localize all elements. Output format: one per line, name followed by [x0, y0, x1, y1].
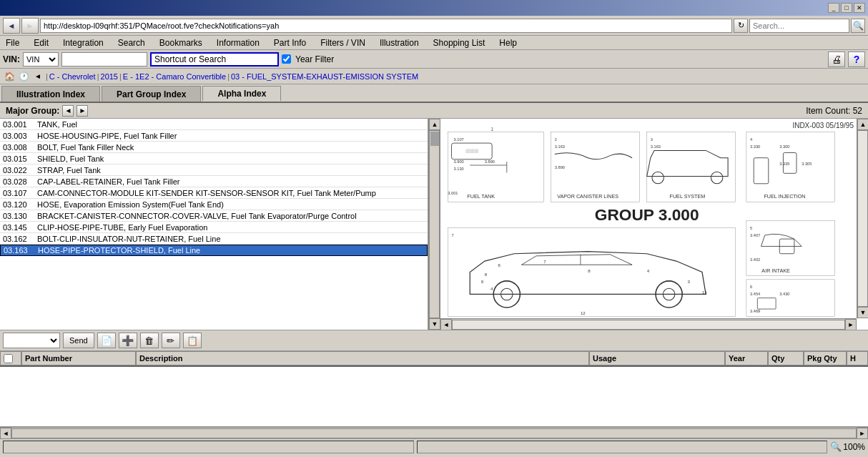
svg-text:3: 3 — [651, 137, 653, 142]
select-all-checkbox[interactable] — [4, 354, 13, 363]
parts-list[interactable]: 03.001TANK, Fuel03.003HOSE-HOUSING-PIPE,… — [0, 119, 428, 330]
vin-type-select[interactable]: VIN — [23, 52, 59, 67]
breadcrumb-chevrolet[interactable]: C - Chevrolet — [49, 72, 96, 81]
tab-part-group-index[interactable]: Part Group Index — [102, 86, 201, 102]
diagram-hscroll[interactable]: ◄ ► — [440, 318, 857, 330]
part-row[interactable]: 03.145CLIP-HOSE-PIPE-TUBE, Early Fuel Ev… — [0, 222, 428, 233]
th-pkg-qty: Pkg Qty — [804, 351, 847, 365]
svg-text:3.454: 3.454 — [750, 293, 760, 297]
scroll-down-button[interactable]: ▼ — [429, 318, 440, 330]
menu-part-info[interactable]: Part Info — [271, 36, 309, 49]
close-button[interactable]: ✕ — [854, 3, 865, 13]
svg-text:FUEL SYSTEM: FUEL SYSTEM — [670, 193, 706, 200]
index-label: INDX-003 05/19/95 — [792, 122, 854, 129]
major-group-prev-button[interactable]: ◄ — [62, 105, 74, 117]
parts-scrollbar[interactable]: ▲ ▼ — [428, 119, 440, 330]
major-group-next-button[interactable]: ► — [77, 105, 88, 117]
breadcrumb-year[interactable]: 2015 — [101, 72, 118, 81]
diagram-vscroll[interactable]: ▲ ▼ — [857, 119, 868, 318]
part-description: CLIP-HOSE-PIPE-TUBE, Early Fuel Evaporat… — [37, 223, 425, 232]
part-row[interactable]: 03.107CAM-CONNECTOR-MODULE KIT-SENDER KI… — [0, 187, 428, 199]
menu-bookmarks[interactable]: Bookmarks — [157, 36, 205, 49]
refresh-icon: ↻ — [738, 21, 744, 30]
breadcrumb-model[interactable]: E - 1E2 - Camaro Convertible — [123, 72, 226, 81]
part-row[interactable]: 03.120HOSE, Evaporation Emission System(… — [0, 199, 428, 210]
vin-input[interactable] — [61, 52, 147, 67]
menu-shopping-list[interactable]: Shopping List — [430, 36, 488, 49]
search-go-button[interactable]: 🔍 — [851, 19, 865, 33]
scroll-up-button[interactable]: ▲ — [429, 119, 440, 130]
menu-file[interactable]: File — [3, 36, 22, 49]
help-icon-button[interactable]: ? — [848, 51, 865, 67]
svg-text:4: 4 — [490, 286, 493, 291]
breadcrumb-back-button[interactable]: ◄ — [31, 70, 44, 83]
part-row[interactable]: 03.015SHIELD, Fuel Tank — [0, 153, 428, 164]
hscroll-left-button[interactable]: ◄ — [0, 428, 11, 439]
part-row[interactable]: 03.008BOLT, Fuel Tank Filler Neck — [0, 142, 428, 153]
home-icon-button[interactable]: 🏠 — [3, 70, 16, 83]
part-row[interactable]: 03.028CAP-LABEL-RETAINER, Fuel Tank Fill… — [0, 176, 428, 187]
parts-list-panel: 03.001TANK, Fuel03.003HOSE-HOUSING-PIPE,… — [0, 119, 440, 330]
menu-information[interactable]: Information — [214, 36, 262, 49]
diagram-area: INDX-003 05/19/95 1 3.107 ⬜⬜⬜ 3.900 3.13… — [440, 119, 868, 330]
year-filter-checkbox[interactable] — [282, 54, 291, 64]
part-row[interactable]: 03.001TANK, Fuel — [0, 119, 428, 130]
tab-alpha-index[interactable]: Alpha Index — [202, 86, 281, 102]
tab-illustration-index[interactable]: Illustration Index — [1, 86, 100, 102]
add-icon: ➕ — [122, 335, 134, 346]
send-button[interactable]: Send — [63, 333, 94, 348]
content-wrapper: 03.001TANK, Fuel03.003HOSE-HOUSING-PIPE,… — [0, 119, 868, 330]
part-number: 03.162 — [3, 235, 37, 243]
add-button[interactable]: ➕ — [119, 333, 137, 348]
back-button[interactable]: ◄ — [3, 18, 20, 34]
diagram-scroll-left[interactable]: ◄ — [440, 319, 452, 330]
part-row[interactable]: 03.003HOSE-HOUSING-PIPE, Fuel Tank Fille… — [0, 130, 428, 142]
major-group-bar: Major Group: ◄ ► Item Count: 52 — [0, 103, 868, 119]
th-check — [0, 351, 21, 365]
diagram-scroll-down[interactable]: ▼ — [857, 307, 868, 318]
action-select[interactable] — [3, 333, 60, 348]
title-bar-buttons: _ □ ✕ — [828, 3, 865, 13]
new-doc-button[interactable]: 📄 — [97, 333, 116, 348]
menu-search[interactable]: Search — [115, 36, 148, 49]
printer-icon-button[interactable]: 🖨 — [828, 51, 845, 67]
status-bar: 🔍 100% — [0, 438, 868, 454]
browser-search-input[interactable] — [749, 19, 849, 33]
shortcut-search-input[interactable] — [150, 52, 279, 67]
svg-text:8: 8 — [588, 268, 591, 273]
refresh-button[interactable]: ↻ — [734, 19, 748, 33]
search-go-icon: 🔍 — [853, 21, 864, 31]
hscroll-right-button[interactable]: ► — [857, 428, 868, 439]
part-row[interactable]: 03.022STRAP, Fuel Tank — [0, 164, 428, 176]
history-icon-button[interactable]: 🕐 — [17, 70, 30, 83]
forward-button[interactable]: ► — [21, 18, 39, 34]
breadcrumb-system[interactable]: 03 - FUEL_SYSTEM-EXHAUST-EMISSION SYSTEM — [231, 72, 418, 81]
part-row[interactable]: 03.163HOSE-PIPE-PROTECTOR-SHIELD, Fuel L… — [0, 245, 428, 256]
part-number: 03.001 — [3, 120, 37, 129]
menu-help[interactable]: Help — [496, 36, 520, 49]
th-description: Description — [136, 351, 589, 365]
menu-filters-vin[interactable]: Filters / VIN — [317, 36, 368, 49]
edit-button[interactable]: ✏ — [162, 333, 180, 348]
part-row[interactable]: 03.130BRACKET-CANISTER-CONNECTOR-COVER-V… — [0, 210, 428, 222]
zoom-icon: 🔍 — [830, 441, 842, 452]
part-row[interactable]: 03.162BOLT-CLIP-INSULATOR-NUT-RETAINER, … — [0, 233, 428, 245]
th-part-number: Part Number — [21, 351, 136, 365]
title-bar: _ □ ✕ — [0, 0, 868, 16]
svg-text:3.469: 3.469 — [750, 309, 760, 313]
copy-button[interactable]: 📋 — [183, 333, 202, 348]
delete-button[interactable]: 🗑 — [140, 333, 159, 348]
browser-bar: ◄ ► ↻ 🔍 — [0, 16, 868, 36]
part-description: CAM-CONNECTOR-MODULE KIT-SENDER KIT-SENS… — [37, 189, 425, 197]
menu-integration[interactable]: Integration — [60, 36, 107, 49]
menu-edit[interactable]: Edit — [31, 36, 51, 49]
menu-illustration[interactable]: Illustration — [377, 36, 422, 49]
scroll-thumb[interactable] — [430, 132, 439, 146]
address-bar[interactable] — [40, 19, 732, 33]
svg-text:3.001: 3.001 — [448, 191, 458, 195]
diagram-scroll-up[interactable]: ▲ — [857, 119, 868, 130]
diagram-scroll-right[interactable]: ► — [845, 319, 857, 330]
toolbar: VIN: VIN Year Filter 🖨 ? — [0, 50, 868, 69]
minimize-button[interactable]: _ — [828, 3, 839, 13]
maximize-button[interactable]: □ — [841, 3, 852, 13]
